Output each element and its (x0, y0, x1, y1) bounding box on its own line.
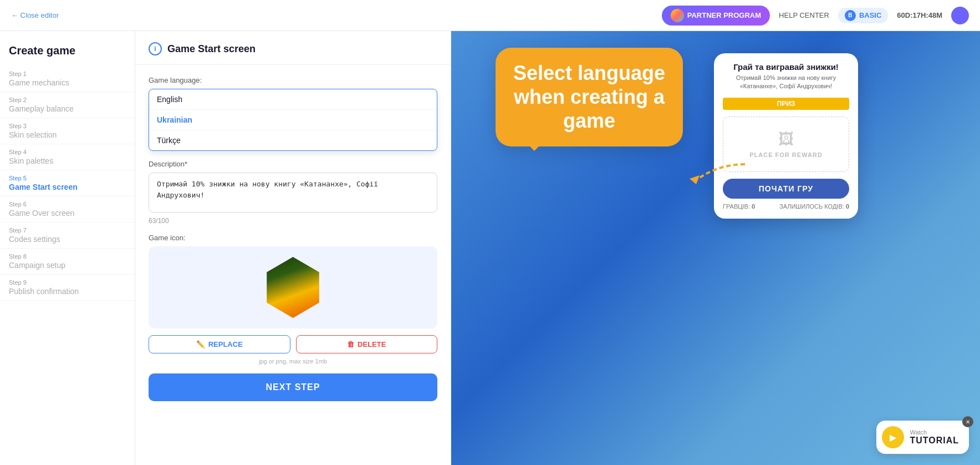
language-option-english[interactable]: English (149, 89, 437, 110)
description-textarea[interactable]: Отримай 10% знижки на нову книгу «Катана… (149, 173, 437, 213)
close-tutorial-button[interactable]: ✕ (962, 416, 973, 427)
sidebar-item-game-over-screen[interactable]: Step 6 Game Over screen (0, 196, 135, 223)
form-panel-title: Game Start screen (167, 43, 256, 55)
sidebar-item-publish-confirmation[interactable]: Step 9 Publish confirmation (0, 275, 135, 301)
dashed-arrow (684, 159, 751, 194)
hex-icon (263, 257, 324, 318)
help-center-link[interactable]: HELP CENTER (779, 11, 829, 19)
play-icon: ▶ (882, 426, 904, 448)
reward-placeholder-icon: 🖼 (778, 130, 794, 148)
header: ← Close editor PARTNER PROGRAM HELP CENT… (0, 0, 980, 31)
sidebar-item-skin-palettes[interactable]: Step 4 Skin palettes (0, 144, 135, 170)
icon-preview (149, 246, 437, 328)
card-title: Грай та вигравай знижки! (723, 62, 849, 72)
next-step-button[interactable]: NEXT STEP (149, 373, 437, 401)
sidebar-item-game-mechanics[interactable]: Step 1 Game mechanics (0, 66, 135, 92)
tooltip-bubble: Select languagewhen creating agame (496, 48, 683, 146)
info-icon: i (149, 42, 162, 55)
description-label: Description* (149, 160, 437, 168)
replace-icon: ✏️ (196, 340, 205, 348)
sidebar-item-skin-selection[interactable]: Step 3 Skin selection (0, 118, 135, 144)
card-prize-bar: ПРИЗ (723, 98, 849, 110)
plan-icon: B (845, 10, 856, 21)
reward-text: PLACE FOR REWARD (749, 151, 823, 158)
file-hint: jpg or png, max size 1mb (149, 358, 437, 365)
user-avatar[interactable] (951, 7, 969, 24)
language-label: Game language: (149, 76, 437, 84)
players-label: ГРАВЦІВ: 0 (723, 203, 755, 210)
card-desc: Отримай 10% знижки на нову книгу «Катана… (723, 74, 849, 91)
delete-button[interactable]: 🗑 DELETE (296, 335, 438, 353)
sidebar-item-codes-settings[interactable]: Step 7 Codes settings (0, 223, 135, 249)
timer-display: 60D:17H:48M (897, 11, 942, 19)
sidebar: Create game Step 1 Game mechanics Step 2… (0, 31, 135, 465)
language-option-turkish[interactable]: Türkçe (149, 130, 437, 150)
language-dropdown[interactable]: English Ukrainian Türkçe (149, 89, 437, 151)
sidebar-title: Create game (0, 40, 135, 66)
replace-button[interactable]: ✏️ REPLACE (149, 335, 290, 353)
partner-icon (671, 9, 684, 22)
codes-label: ЗАЛИШИЛОСЬ КОДІВ: 0 (779, 203, 849, 210)
watch-tutorial-widget[interactable]: ✕ ▶ Watch TUTORIAL (876, 421, 969, 454)
language-option-ukrainian[interactable]: Ukrainian (149, 110, 437, 130)
form-panel: i Game Start screen Game language: Engli… (135, 31, 451, 465)
tooltip-text: Select languagewhen creating agame (513, 61, 665, 133)
game-icon-label: Game icon: (149, 234, 437, 242)
char-count: 63/100 (149, 217, 437, 225)
close-editor-link[interactable]: ← Close editor (11, 11, 59, 19)
sidebar-item-game-start-screen[interactable]: Step 5 Game Start screen (0, 170, 135, 196)
sidebar-item-gameplay-balance[interactable]: Step 2 Gameplay balance (0, 92, 135, 118)
tutorial-label: TUTORIAL (910, 436, 959, 446)
tutorial-watch-label: Watch (910, 429, 959, 436)
preview-area: Select languagewhen creating agame Грай … (451, 31, 980, 465)
partner-program-button[interactable]: PARTNER PROGRAM (662, 6, 770, 26)
sidebar-item-campaign-setup[interactable]: Step 8 Campaign setup (0, 249, 135, 275)
plan-badge: B BASIC (838, 8, 888, 23)
delete-icon: 🗑 (347, 340, 354, 348)
